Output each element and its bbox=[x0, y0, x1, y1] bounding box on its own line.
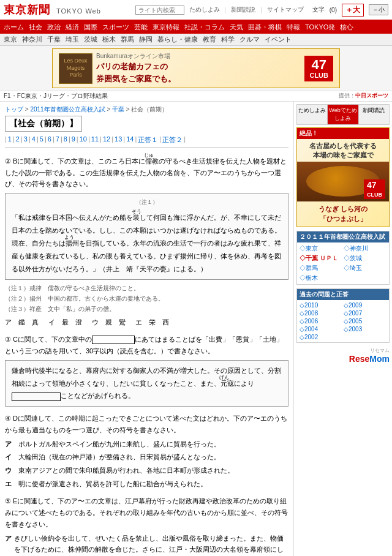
nav-sports[interactable]: スポーツ bbox=[102, 23, 129, 32]
past-2007[interactable]: ◇2007 bbox=[344, 310, 386, 317]
banner-inner[interactable]: Les DeuxMagotsParis Bunkamuraオンライン市場 パリの… bbox=[52, 48, 340, 88]
nav-weather[interactable]: 天気 bbox=[230, 23, 243, 32]
nav-science[interactable]: 科学 bbox=[221, 35, 235, 44]
font-large-button[interactable]: ＋大 bbox=[342, 4, 364, 17]
nav-event[interactable]: イベント bbox=[265, 35, 292, 44]
q3-textbox: 鎌倉時代後半になると、幕府内に対する御家人の不満が増大した。その原因として、分割… bbox=[5, 360, 288, 407]
question-3: ③ Cに関して、下の文章中のにあてはまることばを「出費」「恩賞」「土地」という三… bbox=[5, 334, 288, 407]
past-section: 過去の問題と正答 ◇2010 ◇2009 ◇2008 ◇2007 ◇2006 ◇… bbox=[296, 288, 390, 343]
exam-link-gunma[interactable]: ◇群馬 bbox=[300, 264, 342, 272]
past-2009[interactable]: ◇2009 bbox=[344, 302, 386, 309]
exam-section-title: ２０１１年首都圏公立高校入試 bbox=[297, 231, 389, 242]
top-banner: Les DeuxMagotsParis Bunkamuraオンライン市場 パリの… bbox=[0, 46, 392, 91]
nav-car[interactable]: クルマ bbox=[239, 35, 260, 44]
logo-tokyo: 東京新聞 TOKYO Web bbox=[4, 2, 101, 17]
q2-lead: ② Bに関連して、下の文章は、このころ日本に儒じゅ教の守るべき生活規律を伝えた人… bbox=[5, 152, 288, 190]
q-nav-6[interactable]: 6 bbox=[48, 135, 51, 145]
nav-tochigi[interactable]: 栃木 bbox=[102, 35, 116, 44]
q-nav-1[interactable]: 1 bbox=[8, 135, 12, 145]
search-input[interactable] bbox=[135, 6, 184, 15]
font-small-button[interactable]: －小 bbox=[369, 4, 388, 15]
nav-kanagawa[interactable]: 神奈川 bbox=[22, 35, 42, 44]
q5-choice-a: ア きびしい倹約令を出して、ぜいたく品を禁止し、出版や風俗を取り締まった。また、… bbox=[5, 533, 288, 556]
q-nav-4[interactable]: 4 bbox=[32, 135, 36, 145]
q-nav-9[interactable]: 9 bbox=[72, 135, 75, 145]
past-2004[interactable]: ◇2004 bbox=[300, 326, 342, 332]
exam-links: ◇東京 ◇神奈川 ◇千葉 ＵＰＬ ◇茨城 ◇群馬 ◇埼玉 ◇栃木 bbox=[297, 242, 389, 284]
q5-lead: ⑤ Eに関連して、下のア〜エの文章は、江戸幕府が行った財政再建や政治改革のための… bbox=[5, 495, 288, 530]
q5-choices: ア きびしい倹約令を出して、ぜいたく品を禁止し、出版や風俗を取り締まった。また、… bbox=[5, 533, 288, 556]
q-nav-8[interactable]: 8 bbox=[64, 135, 67, 145]
nav-international[interactable]: 国際 bbox=[84, 23, 97, 32]
q-nav-5[interactable]: 5 bbox=[40, 135, 43, 145]
past-section-title: 過去の問題と正答 bbox=[297, 289, 389, 300]
q-nav-14[interactable]: 14 bbox=[126, 135, 134, 145]
q2-textbox: （注１） 「私は戒律を日本国へ伝えんがため船を装そうして何回も海に浮かんだ。が、… bbox=[5, 193, 288, 280]
question-5: ⑤ Eに関連して、下のア〜エの文章は、江戸幕府が行った財政再建や政治改革のための… bbox=[5, 495, 288, 556]
nav-shizuoka[interactable]: 静岡 bbox=[139, 35, 153, 44]
nav-special[interactable]: 特報 bbox=[287, 23, 300, 32]
q-nav-10[interactable]: 10 bbox=[80, 135, 87, 145]
q4-choice-a: ア ポルトガル船やスペイン船が九州に来航し、盛んに貿易を行った。 bbox=[5, 438, 288, 450]
nav-edu[interactable]: 教育 bbox=[203, 35, 216, 44]
nav-economy[interactable]: 経済 bbox=[66, 23, 79, 32]
nav-tokyo-reg[interactable]: 東京 bbox=[4, 35, 17, 44]
nav-tameshift[interactable]: ためしよみ bbox=[189, 6, 220, 14]
q-nav-ans2[interactable]: 正答２ bbox=[162, 135, 183, 145]
past-2003[interactable]: ◇2003 bbox=[344, 326, 386, 332]
past-2005[interactable]: ◇2005 bbox=[344, 318, 386, 325]
nav-shinbun[interactable]: 新聞読説 bbox=[231, 6, 255, 14]
exam-link-ibaraki2[interactable]: ◇茨城 bbox=[344, 254, 386, 263]
nav-society[interactable]: 社会 bbox=[29, 23, 42, 32]
q2-choices: ア 鑑 真 イ 最 澄 ウ 親 鸞 エ 栄 西 bbox=[5, 317, 288, 328]
exam-link-kanagawa[interactable]: ◇神奈川 bbox=[344, 244, 386, 253]
exam-link-saitama2[interactable]: ◇埼玉 bbox=[344, 264, 386, 272]
past-2010[interactable]: ◇2010 bbox=[300, 302, 342, 309]
past-2002[interactable]: ◇2002 bbox=[300, 334, 342, 340]
q-nav-7[interactable]: 7 bbox=[56, 135, 59, 145]
nav-chiba[interactable]: 千葉 bbox=[47, 35, 61, 44]
past-2006[interactable]: ◇2006 bbox=[300, 318, 342, 325]
exam-section: ２０１１年首都圏公立高校入試 ◇東京 ◇神奈川 ◇千葉 ＵＰＬ ◇茨城 ◇群馬 … bbox=[296, 231, 390, 285]
q4-choice-e: エ 明に使者が派遣され、貿易を許可した船に勘合が与えられた。 bbox=[5, 478, 288, 490]
sidebar-banner[interactable]: 絶品！ 名古屋めしを代表する本場の味をご家庭で 47CLUB うなぎ しら河の「… bbox=[296, 127, 390, 227]
nav-politics[interactable]: 政治 bbox=[47, 23, 61, 32]
sidebar-tab-subscribe[interactable]: 新聞購読 bbox=[359, 105, 389, 124]
exam-link-tokyo[interactable]: ◇東京 bbox=[300, 244, 342, 253]
q-nav-12[interactable]: 12 bbox=[103, 135, 110, 145]
nav-column[interactable]: 社説・コラム bbox=[184, 23, 225, 32]
nav-home[interactable]: ホーム bbox=[4, 23, 24, 32]
sidebar-banner-title: 名古屋めしを代表する本場の味をご家庭で bbox=[297, 139, 389, 162]
q-nav-13[interactable]: 13 bbox=[115, 135, 122, 145]
question-4: ④ Dに関連して、この時期に起こったできごとについて述べた文はどれか。下のア〜エ… bbox=[5, 413, 288, 489]
bc-exam[interactable]: 2011年首都圏公立高校入試 bbox=[30, 106, 105, 113]
nav-kurashi[interactable]: 暮らし・健康 bbox=[157, 35, 198, 44]
bc-top[interactable]: トップ bbox=[5, 106, 23, 113]
exam-link-tochigi2[interactable]: ◇栃木 bbox=[300, 274, 342, 282]
exam-link-chiba[interactable]: ◇千葉 ＵＰＬ bbox=[300, 254, 342, 263]
nav-ibaraki[interactable]: 茨城 bbox=[84, 35, 97, 44]
q-nav-11[interactable]: 11 bbox=[91, 135, 99, 145]
past-2008[interactable]: ◇2008 bbox=[300, 310, 342, 317]
nav-arts[interactable]: 芸能 bbox=[134, 23, 148, 32]
resemom-logo: リセマム ReseMom bbox=[296, 347, 390, 364]
secondary-nav: 東京 神奈川 千葉 埼玉 茨城 栃木 群馬 静岡 暮らし・健康 教育 科学 クル… bbox=[0, 34, 392, 46]
nav-sitemap[interactable]: サイトマップ bbox=[267, 6, 304, 14]
nav-core[interactable]: 核心 bbox=[340, 23, 353, 32]
question-2: ② Bに関連して、下の文章は、このころ日本に儒じゅ教の守るべき生活規律を伝えた人… bbox=[5, 152, 288, 328]
q3-lead: ③ Cに関して、下の文章中のにあてはまることばを「出費」「恩賞」「土地」という三… bbox=[5, 334, 288, 356]
sidebar-tab-web[interactable]: Webでためしよみ bbox=[328, 105, 358, 124]
nav-tokyo[interactable]: 東京特報 bbox=[153, 23, 179, 32]
bc-chiba[interactable]: 千葉 bbox=[112, 106, 124, 113]
q-nav-2[interactable]: 2 bbox=[16, 135, 20, 145]
q-nav-3[interactable]: 3 bbox=[24, 135, 28, 145]
chunichi-link[interactable]: 中日スポーツ bbox=[355, 92, 388, 99]
search-area: ためしよみ | 新聞読説 | サイトマップ 文字 (0) ＋大 －小 bbox=[135, 4, 388, 17]
nav-saitama[interactable]: 埼玉 bbox=[66, 35, 79, 44]
q-nav-ans1[interactable]: 正答１ bbox=[138, 135, 158, 145]
nav-tokyohatsu[interactable]: TOKYO発 bbox=[305, 23, 335, 32]
nav-gunma[interactable]: 群馬 bbox=[121, 35, 134, 44]
content-area: トップ > 2011年首都圏公立高校入試 > 千葉 > 社会（前期） 【社会（前… bbox=[0, 102, 294, 556]
nav-igo[interactable]: 囲碁・将棋 bbox=[248, 23, 282, 32]
sidebar-tab-tameshiyomi[interactable]: ためしよみ bbox=[297, 105, 328, 124]
